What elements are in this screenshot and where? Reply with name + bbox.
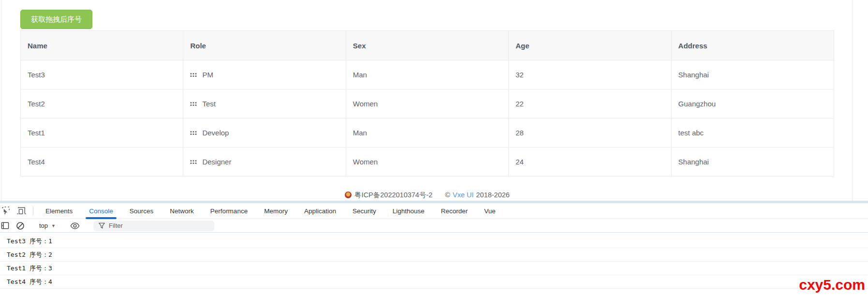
cell-role: Designer bbox=[183, 148, 346, 177]
cell-name: Test4 bbox=[21, 148, 183, 177]
table-row: Test1 Develop Man 28 test abc bbox=[21, 118, 834, 148]
device-toolbar-icon[interactable] bbox=[14, 203, 29, 219]
cell-address: Shanghai bbox=[671, 60, 834, 89]
cell-age: 32 bbox=[509, 60, 671, 89]
tab-network[interactable]: Network bbox=[162, 203, 202, 219]
watermark-text: cxy5.com bbox=[799, 277, 865, 293]
cell-name: Test3 bbox=[21, 60, 183, 89]
cell-sex: Women bbox=[346, 148, 508, 177]
chevron-down-icon: ▼ bbox=[51, 223, 56, 228]
console-filter[interactable] bbox=[93, 221, 214, 231]
cell-role: Test bbox=[183, 89, 346, 118]
footer-years: 2018-2026 bbox=[476, 191, 510, 199]
tab-sources[interactable]: Sources bbox=[121, 203, 162, 219]
tab-lighthouse[interactable]: Lighthouse bbox=[384, 203, 433, 219]
inspect-element-icon[interactable] bbox=[0, 203, 14, 219]
console-log-row: Test2 序号：2 bbox=[0, 248, 868, 262]
cell-name: Test1 bbox=[21, 118, 183, 148]
devtools-tabbar: Elements Console Sources Network Perform… bbox=[0, 203, 868, 219]
icp-badge-icon bbox=[345, 192, 352, 198]
tab-vue[interactable]: Vue bbox=[476, 203, 504, 219]
page-right-border bbox=[852, 0, 853, 201]
tab-memory[interactable]: Memory bbox=[256, 203, 296, 219]
context-selector[interactable]: top ▼ bbox=[36, 222, 59, 229]
column-header-age: Age bbox=[509, 31, 671, 60]
drag-handle-icon[interactable] bbox=[190, 102, 197, 106]
toolbar-divider bbox=[33, 206, 33, 215]
cell-age: 22 bbox=[509, 89, 671, 118]
cell-sex: Man bbox=[346, 118, 508, 148]
console-toolbar: top ▼ bbox=[0, 219, 868, 233]
filter-input[interactable] bbox=[109, 222, 201, 229]
console-log-row: Test3 序号：1 bbox=[0, 235, 868, 248]
cell-sex: Women bbox=[346, 89, 508, 118]
site-footer: 粤ICP备2022010374号-2 © Vxe UI 2018-2026 bbox=[20, 189, 834, 201]
role-label: Designer bbox=[202, 158, 231, 166]
console-log-list: Test3 序号：1 Test2 序号：2 Test1 序号：3 Test4 序… bbox=[0, 233, 868, 289]
get-drag-order-button[interactable]: 获取拖拽后序号 bbox=[20, 10, 92, 29]
devtools-panel: Elements Console Sources Network Perform… bbox=[0, 201, 868, 295]
role-label: PM bbox=[202, 71, 213, 79]
cell-address: Shanghai bbox=[671, 148, 834, 177]
column-header-name: Name bbox=[21, 31, 183, 60]
icp-number: 粤ICP备2022010374号-2 bbox=[354, 191, 432, 200]
clear-console-icon[interactable] bbox=[13, 221, 28, 230]
filter-funnel-icon bbox=[99, 222, 105, 229]
table-row: Test4 Designer Women 24 Shanghai bbox=[21, 148, 834, 177]
console-log-row: Test4 序号：4 bbox=[0, 275, 868, 289]
table-row: Test2 Test Women 22 Guangzhou bbox=[21, 89, 834, 118]
table-header-row: Name Role Sex Age Address bbox=[21, 31, 834, 60]
drag-handle-icon[interactable] bbox=[190, 131, 197, 135]
tab-console[interactable]: Console bbox=[81, 203, 121, 219]
icp-link[interactable]: 粤ICP备2022010374号-2 bbox=[345, 191, 432, 200]
column-header-role: Role bbox=[183, 31, 346, 60]
drag-handle-icon[interactable] bbox=[190, 73, 197, 77]
cell-role: Develop bbox=[183, 118, 346, 148]
column-header-sex: Sex bbox=[346, 31, 508, 60]
cell-address: test abc bbox=[671, 118, 834, 148]
tab-security[interactable]: Security bbox=[344, 203, 384, 219]
cell-age: 24 bbox=[509, 148, 671, 177]
copyright-symbol: © bbox=[445, 191, 450, 199]
cell-address: Guangzhou bbox=[671, 89, 834, 118]
vxe-ui-link[interactable]: Vxe UI bbox=[453, 191, 474, 199]
table-row: Test3 PM Man 32 Shanghai bbox=[21, 60, 834, 89]
cell-age: 28 bbox=[509, 118, 671, 148]
tab-recorder[interactable]: Recorder bbox=[433, 203, 476, 219]
console-log-row: Test1 序号：3 bbox=[0, 262, 868, 275]
tab-elements[interactable]: Elements bbox=[37, 203, 81, 219]
live-expression-eye-icon[interactable] bbox=[67, 222, 83, 230]
page-left-border bbox=[1, 0, 1, 201]
data-table: Name Role Sex Age Address Test3 PM bbox=[20, 30, 834, 177]
cell-name: Test2 bbox=[21, 89, 183, 118]
tab-application[interactable]: Application bbox=[296, 203, 344, 219]
role-label: Develop bbox=[202, 129, 229, 137]
role-label: Test bbox=[202, 100, 216, 108]
cell-sex: Man bbox=[346, 60, 508, 89]
context-label: top bbox=[39, 222, 48, 229]
console-sidebar-icon[interactable] bbox=[0, 221, 13, 230]
tab-performance[interactable]: Performance bbox=[202, 203, 256, 219]
drag-handle-icon[interactable] bbox=[190, 160, 197, 164]
cell-role: PM bbox=[183, 60, 346, 89]
column-header-address: Address bbox=[671, 31, 834, 60]
